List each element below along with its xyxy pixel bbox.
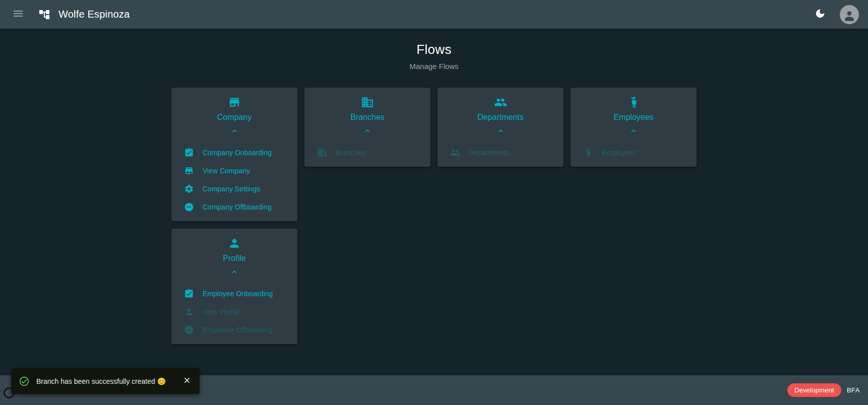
- store-icon: [228, 96, 241, 109]
- page-title: Flows: [0, 42, 868, 57]
- flow-item-employees: Employees: [571, 144, 697, 162]
- app-code: BFA: [847, 386, 860, 394]
- gear-icon: [184, 184, 194, 194]
- flow-item-company-offboarding[interactable]: Company Offboarding: [171, 198, 297, 216]
- flow-item-view-profile: View Profile: [171, 303, 297, 321]
- flow-item-label: View Profile: [203, 308, 240, 316]
- environment-badge: Development: [787, 383, 841, 397]
- card-title-profile: Profile: [223, 254, 245, 263]
- flow-item-label: Employee Offboarding: [203, 326, 273, 334]
- flow-item-label: Company Settings: [203, 185, 260, 193]
- card-head-employees: Employees: [571, 96, 697, 140]
- person-icon: [184, 307, 194, 317]
- flow-card-company: CompanyCompany OnboardingView CompanyCom…: [171, 88, 297, 221]
- chevron-up-icon: [363, 126, 372, 136]
- flow-item-label: Company Offboarding: [203, 203, 272, 211]
- toast-message: Branch has been successfully created 😊: [36, 377, 166, 385]
- collapse-button-profile[interactable]: [227, 265, 241, 281]
- card-title-branches: Branches: [350, 113, 385, 122]
- chevron-up-icon: [230, 267, 239, 277]
- chevron-up-icon: [629, 126, 638, 136]
- card-head-branches: Branches: [304, 96, 430, 140]
- flow-item-label: Departments: [469, 149, 509, 157]
- flow-item-label: Branches: [336, 149, 365, 157]
- flow-cards-grid: CompanyCompany OnboardingView CompanyCom…: [171, 88, 697, 344]
- people-icon: [494, 96, 507, 109]
- minus-circle-icon: [184, 202, 194, 212]
- check-circle-icon: [19, 376, 30, 387]
- card-items-departments: Departments: [438, 144, 564, 162]
- flow-card-profile: ProfileEmployee OnboardingView ProfileEm…: [171, 229, 297, 344]
- top-app-bar: Wolfe Espinoza: [0, 0, 868, 29]
- account-tree-icon: [38, 9, 50, 21]
- store-icon: [184, 166, 194, 176]
- person-icon: [228, 237, 241, 250]
- page-subtitle: Manage Flows: [0, 62, 868, 71]
- clipboard-check-icon: [184, 289, 194, 299]
- card-title-departments: Departments: [477, 113, 524, 122]
- waving-person-icon: [627, 96, 640, 109]
- flow-item-employee-offboarding: Employee Offboarding: [171, 321, 297, 339]
- menu-icon[interactable]: [9, 5, 27, 24]
- collapse-button-employees[interactable]: [627, 124, 641, 140]
- card-items-company: Company OnboardingView CompanyCompany Se…: [171, 144, 297, 216]
- card-head-profile: Profile: [171, 237, 297, 281]
- flow-card-employees: EmployeesEmployees: [571, 88, 697, 167]
- card-items-employees: Employees: [571, 144, 697, 162]
- toast-notification: Branch has been successfully created 😊: [11, 368, 200, 394]
- chevron-up-icon: [230, 126, 239, 136]
- collapse-button-company[interactable]: [227, 124, 241, 140]
- flow-card-departments: DepartmentsDepartments: [438, 88, 564, 167]
- card-head-departments: Departments: [438, 96, 564, 140]
- flow-item-company-settings[interactable]: Company Settings: [171, 180, 297, 198]
- collapse-button-departments[interactable]: [493, 124, 508, 140]
- collapse-button-branches[interactable]: [360, 124, 375, 140]
- avatar[interactable]: [840, 5, 859, 24]
- flow-card-branches: BranchesBranches: [304, 88, 430, 167]
- flow-item-company-onboarding[interactable]: Company Onboarding: [171, 144, 297, 162]
- card-title-company: Company: [217, 113, 252, 122]
- chevron-up-icon: [496, 126, 505, 136]
- main-content: Flows Manage Flows CompanyCompany Onboar…: [0, 29, 868, 375]
- clipboard-check-icon: [184, 148, 194, 158]
- building-icon: [361, 96, 374, 109]
- close-icon[interactable]: [180, 374, 194, 388]
- app-title: Wolfe Espinoza: [58, 9, 130, 20]
- building-icon: [317, 148, 327, 158]
- flow-item-employee-onboarding[interactable]: Employee Onboarding: [171, 285, 297, 303]
- people-icon: [450, 148, 460, 158]
- flow-item-branches: Branches: [304, 144, 430, 162]
- waving-person-icon: [583, 148, 593, 158]
- card-items-branches: Branches: [304, 144, 430, 162]
- card-title-employees: Employees: [613, 113, 653, 122]
- moon-icon[interactable]: [812, 5, 829, 24]
- flow-item-label: Company Onboarding: [203, 149, 272, 157]
- flow-item-label: Employee Onboarding: [203, 290, 273, 298]
- minus-circle-icon: [184, 325, 194, 335]
- card-items-profile: Employee OnboardingView ProfileEmployee …: [171, 285, 297, 339]
- card-head-company: Company: [171, 96, 297, 140]
- flow-item-departments: Departments: [438, 144, 564, 162]
- flow-item-label: View Company: [203, 167, 250, 175]
- flow-item-view-company[interactable]: View Company: [171, 162, 297, 180]
- flow-item-label: Employees: [602, 149, 637, 157]
